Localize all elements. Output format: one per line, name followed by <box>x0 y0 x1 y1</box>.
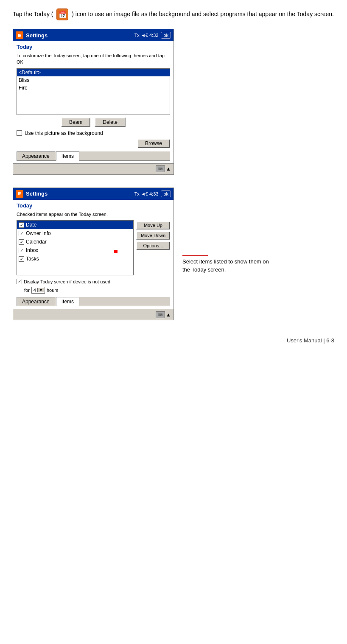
theme-list: <Default> Bliss Fire <box>17 68 170 115</box>
theme-item-bliss[interactable]: Bliss <box>17 76 170 84</box>
tab-items1[interactable]: Items <box>56 151 79 161</box>
for-label: for <box>24 288 30 293</box>
arrow-up-icon1: ▲ <box>166 166 171 172</box>
inbox-label: Inbox <box>26 247 38 253</box>
tasks-checkbox[interactable]: ✓ <box>19 256 24 262</box>
annotation-line-row <box>182 255 269 256</box>
tasks-label: Tasks <box>26 256 39 262</box>
titlebar2: ⊞ Settings Tx ◄€ 4:33 ok <box>13 188 174 200</box>
theme-item-default[interactable]: <Default> <box>17 69 170 76</box>
display-today-checkbox[interactable]: ✓ <box>17 279 22 284</box>
beam-delete-row: Beam Delete <box>17 118 170 127</box>
hours-select[interactable]: 4 ▼ <box>31 287 45 294</box>
today-label1: Today <box>17 44 170 50</box>
windows-logo: ⊞ <box>16 31 23 39</box>
second-screenshot-area: ⊞ Settings Tx ◄€ 4:33 ok Today Checked i… <box>13 188 334 320</box>
hours-label: hours <box>47 288 59 293</box>
picture-checkbox[interactable] <box>17 130 22 136</box>
delete-button[interactable]: Delete <box>95 118 126 127</box>
page-number: User's Manual | 6-8 <box>13 337 334 344</box>
app-title1: Settings <box>26 32 134 39</box>
desc2: Checked items appear on the Today screen… <box>17 211 170 218</box>
titlebar-icons2: Tx ◄€ 4:33 ok <box>134 190 171 197</box>
items-list-container: ✓ Date ✓ Owner Info ✓ Calendar ✓ Inbox <box>17 220 170 275</box>
date-label: Date <box>26 222 36 228</box>
intro-paragraph: Tap the Today ( ) icon to use an image f… <box>13 8 334 20</box>
items-action-buttons: Move Up Move Down Options... <box>136 220 170 275</box>
item-date[interactable]: ✓ Date <box>17 221 133 229</box>
ok-button1[interactable]: ok <box>161 32 171 39</box>
options-button[interactable]: Options... <box>136 241 170 250</box>
date-checkbox[interactable]: ✓ <box>19 222 24 228</box>
display-today-row: ✓ Display Today screen if device is not … <box>17 279 170 284</box>
tab-appearance2[interactable]: Appearance <box>17 297 55 306</box>
keyboard-icon1[interactable]: ⌨ <box>156 165 165 172</box>
picture-checkbox-label: Use this picture as the background <box>25 130 103 136</box>
annotation-line <box>182 255 208 256</box>
tab-items2[interactable]: Items <box>56 297 79 306</box>
screen1-content: Today To customize the Today screen, tap… <box>13 41 174 163</box>
move-down-button[interactable]: Move Down <box>136 231 170 240</box>
ok-button2[interactable]: ok <box>161 190 171 197</box>
ownerinfo-checkbox[interactable]: ✓ <box>19 231 24 236</box>
keyboard-icon2[interactable]: ⌨ <box>156 311 165 318</box>
today-label2: Today <box>17 202 170 209</box>
display-today-text-before: Display Today screen if device is not us… <box>24 279 110 284</box>
annotation-block: Select items listed to show them on the … <box>182 255 269 274</box>
item-tasks[interactable]: ✓ Tasks <box>17 255 133 263</box>
ownerinfo-label: Owner Info <box>26 230 51 236</box>
item-calendar[interactable]: ✓ Calendar <box>17 238 133 246</box>
screen2-content: Today Checked items appear on the Today … <box>13 200 174 309</box>
desc1: To customize the Today screen, tap one o… <box>17 53 170 66</box>
intro-text-after: ) icon to use an image file as the backg… <box>72 11 334 17</box>
arrow-up-icon2: ▲ <box>166 312 171 318</box>
annotation-text-block: Select items listed to show them on the … <box>182 258 269 274</box>
windows-logo2: ⊞ <box>16 190 23 198</box>
bottom-toolbar2: ⌨ ▲ <box>13 309 174 320</box>
calendar-checkbox[interactable]: ✓ <box>19 239 24 245</box>
annotation-text: Select items listed to show them on the … <box>182 258 269 273</box>
picture-checkbox-row: Use this picture as the background <box>17 130 170 136</box>
screenshot1: ⊞ Settings Tx ◄€ 4:32 ok Today To custom… <box>13 29 174 175</box>
display-today-hours: for 4 ▼ hours <box>24 287 170 294</box>
red-dot <box>114 250 118 253</box>
bottom-toolbar1: ⌨ ▲ <box>13 163 174 174</box>
intro-text-before: Tap the Today ( <box>13 11 53 17</box>
titlebar1: ⊞ Settings Tx ◄€ 4:32 ok <box>13 29 174 41</box>
browse-row: Browse <box>17 139 170 148</box>
browse-button[interactable]: Browse <box>137 139 170 148</box>
status-icons2: Tx ◄€ 4:33 <box>134 191 159 196</box>
tab-bar1: Appearance Items <box>17 151 170 161</box>
screenshot2: ⊞ Settings Tx ◄€ 4:33 ok Today Checked i… <box>13 188 174 320</box>
display-today-section: ✓ Display Today screen if device is not … <box>17 279 170 294</box>
move-up-button[interactable]: Move Up <box>136 221 170 230</box>
hours-value: 4 <box>32 288 37 293</box>
calendar-label: Calendar <box>26 239 47 245</box>
tab-appearance1[interactable]: Appearance <box>17 151 55 160</box>
titlebar-icons: Tx ◄€ 4:32 ok <box>134 32 171 39</box>
status-icons: Tx ◄€ 4:32 <box>134 33 159 38</box>
tab-bar2: Appearance Items <box>17 297 170 306</box>
beam-button[interactable]: Beam <box>61 118 90 127</box>
app-title2: Settings <box>26 190 134 197</box>
theme-item-fire[interactable]: Fire <box>17 84 170 92</box>
items-list: ✓ Date ✓ Owner Info ✓ Calendar ✓ Inbox <box>17 220 134 275</box>
today-icon <box>56 8 68 20</box>
hours-dropdown-arrow[interactable]: ▼ <box>37 288 44 292</box>
inbox-checkbox[interactable]: ✓ <box>19 248 24 253</box>
item-owner-info[interactable]: ✓ Owner Info <box>17 229 133 238</box>
